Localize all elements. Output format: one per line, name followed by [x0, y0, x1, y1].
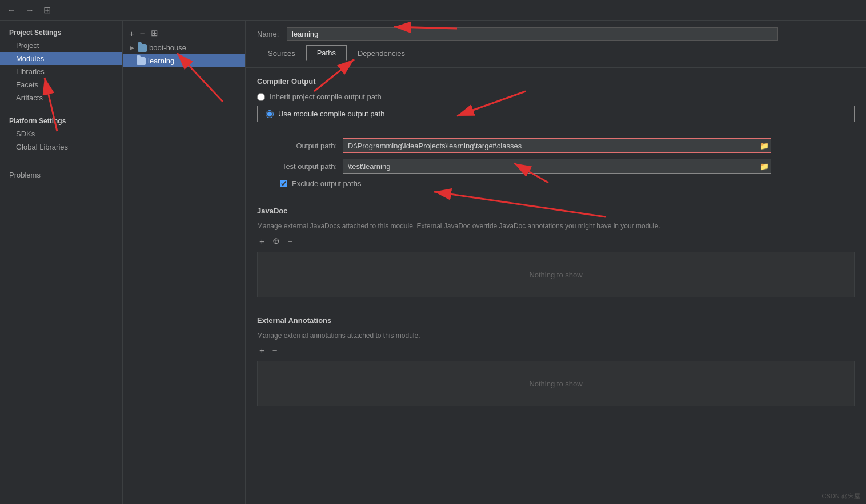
tabs-row: Sources Paths Dependencies — [257, 45, 855, 61]
tab-paths[interactable]: Paths — [306, 45, 347, 61]
name-row: Name: — [257, 27, 855, 41]
test-output-path-wrapper: 📁 — [343, 159, 771, 174]
forward-button[interactable]: → — [23, 4, 37, 17]
tree-item-label: boot-house — [149, 43, 186, 52]
module-folder-icon-learning — [137, 57, 146, 65]
exclude-row: Exclude output paths — [257, 179, 855, 188]
tree-add-button[interactable]: + — [127, 28, 136, 39]
module-header: Name: Sources Paths Dependencies — [246, 21, 866, 68]
ext-remove-button[interactable]: − — [270, 344, 280, 356]
ext-annotations-section: External Annotations Manage external ann… — [246, 307, 866, 416]
sidebar-item-facets[interactable]: Facets — [0, 78, 122, 91]
javadoc-section: JavaDoc Manage external JavaDocs attache… — [246, 197, 866, 307]
name-label: Name: — [257, 30, 280, 38]
output-path-row: Output path: 📁 — [257, 138, 855, 153]
output-path-input[interactable] — [343, 139, 757, 152]
compiler-output-section: Compiler Output Inherit project compile … — [246, 68, 866, 197]
sidebar-item-project[interactable]: Project — [0, 39, 122, 52]
module-tree: + − ⊞ ▶ boot-house learning — [123, 21, 246, 504]
ext-add-button[interactable]: + — [257, 344, 267, 356]
back-button[interactable]: ← — [5, 4, 18, 17]
use-module-box: Use module compile output path — [257, 106, 855, 122]
ext-annotations-action-bar: + − — [257, 344, 855, 356]
tab-sources[interactable]: Sources — [257, 46, 306, 61]
sidebar-item-artifacts[interactable]: Artifacts — [0, 91, 122, 104]
watermark: CSDN @宋屋 — [822, 492, 860, 501]
compiler-output-title: Compiler Output — [257, 77, 855, 86]
sidebar-item-libraries[interactable]: Libraries — [0, 65, 122, 78]
compiler-output-radio-group: Inherit project compile output path Use … — [257, 92, 855, 129]
javadoc-description: Manage external JavaDocs attached to thi… — [257, 222, 855, 230]
javadoc-empty-area: Nothing to show — [257, 252, 855, 297]
module-name-input[interactable] — [287, 27, 778, 41]
output-path-label: Output path: — [280, 142, 337, 150]
javadoc-add-url-button[interactable]: ⊕ — [270, 235, 282, 247]
javadoc-nothing-label: Nothing to show — [529, 271, 582, 279]
project-settings-header: Project Settings — [0, 25, 122, 39]
sidebar-item-sdks[interactable]: SDKs — [0, 127, 122, 140]
sidebar-item-modules[interactable]: Modules — [0, 52, 122, 65]
ext-nothing-label: Nothing to show — [529, 380, 582, 388]
tree-item-boot-house[interactable]: ▶ boot-house — [123, 41, 245, 54]
javadoc-action-bar: + ⊕ − — [257, 235, 855, 247]
exclude-label: Exclude output paths — [292, 179, 361, 188]
test-output-path-input[interactable] — [343, 160, 757, 173]
ext-annotations-empty-area: Nothing to show — [257, 361, 855, 406]
use-module-radio-label: Use module compile output path — [278, 110, 384, 118]
tree-item-learning[interactable]: learning — [123, 54, 245, 67]
inherit-radio[interactable] — [257, 93, 265, 101]
javadoc-title: JavaDoc — [257, 207, 855, 215]
chevron-icon: ▶ — [130, 45, 134, 51]
main-layout: Project Settings Project Modules Librari… — [0, 21, 866, 504]
inherit-radio-label: Inherit project compile output path — [270, 92, 382, 101]
test-output-path-browse-button[interactable]: 📁 — [757, 159, 771, 173]
output-path-browse-button[interactable]: 📁 — [757, 139, 771, 152]
output-path-wrapper: 📁 — [343, 138, 771, 153]
project-settings-sidebar: Project Settings Project Modules Librari… — [0, 21, 123, 504]
sidebar-item-global-libraries[interactable]: Global Libraries — [0, 140, 122, 154]
test-output-path-row: Test output path: 📁 — [257, 159, 855, 174]
tree-toolbar: + − ⊞ — [123, 25, 245, 41]
ext-annotations-title: External Annotations — [257, 316, 855, 325]
content-area: Name: Sources Paths Dependencies Compile… — [246, 21, 866, 504]
use-module-radio-item[interactable]: Use module compile output path — [266, 110, 384, 118]
tree-item-label-learning: learning — [148, 57, 174, 65]
exclude-checkbox[interactable] — [280, 180, 287, 187]
top-toolbar: ← → ⊞ — [0, 0, 866, 21]
platform-settings-header: Platform Settings — [0, 114, 122, 127]
ext-annotations-description: Manage external annotations attached to … — [257, 332, 855, 340]
tab-dependencies[interactable]: Dependencies — [347, 46, 416, 61]
use-module-radio[interactable] — [266, 110, 274, 118]
tree-remove-button[interactable]: − — [138, 28, 147, 39]
module-folder-icon — [138, 44, 147, 52]
javadoc-remove-button[interactable]: − — [286, 235, 295, 247]
test-output-path-label: Test output path: — [280, 162, 337, 171]
sidebar-item-problems[interactable]: Problems — [0, 167, 122, 182]
inherit-radio-item[interactable]: Inherit project compile output path — [257, 92, 855, 101]
tree-copy-button[interactable]: ⊞ — [149, 27, 160, 39]
javadoc-add-button[interactable]: + — [257, 235, 267, 247]
copy-button[interactable]: ⊞ — [41, 3, 53, 17]
